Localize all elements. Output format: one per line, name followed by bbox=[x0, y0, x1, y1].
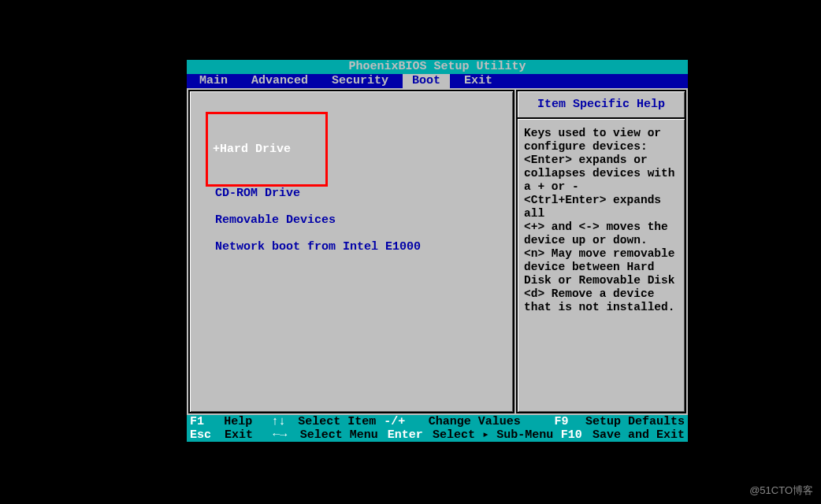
watermark: @51CTO博客 bbox=[749, 484, 813, 498]
label-exit: Exit bbox=[225, 428, 273, 442]
content-area: +Hard Drive CD-ROM Drive Removable Devic… bbox=[187, 88, 688, 415]
boot-item-selected-highlight: +Hard Drive bbox=[206, 112, 328, 187]
footer-row-2: Esc Exit ←→ Select Menu Enter Select ▸ S… bbox=[190, 428, 685, 442]
label-help: Help bbox=[224, 415, 271, 428]
label-select-item: Select Item bbox=[298, 415, 384, 428]
key-f10: F10 bbox=[561, 428, 582, 442]
label-setup-defaults: Setup Defaults bbox=[585, 415, 685, 428]
label-select-menu: Select Menu bbox=[300, 428, 388, 442]
bios-window: PhoenixBIOS Setup Utility Main Advanced … bbox=[187, 60, 688, 440]
key-plusminus: -/+ bbox=[384, 415, 405, 428]
help-body: Keys used to view orconfigure devices:<E… bbox=[518, 119, 685, 322]
boot-list[interactable]: +Hard Drive CD-ROM Drive Removable Devic… bbox=[190, 91, 513, 254]
boot-item-removable[interactable]: Removable Devices bbox=[212, 213, 336, 227]
menu-exit[interactable]: Exit bbox=[455, 74, 502, 88]
footer-row-1: F1 Help ↑↓ Select Item -/+ Change Values… bbox=[190, 415, 685, 428]
menu-advanced[interactable]: Advanced bbox=[242, 74, 318, 88]
key-updown: ↑↓ bbox=[271, 415, 285, 428]
title-bar: PhoenixBIOS Setup Utility bbox=[187, 60, 688, 74]
key-f9: F9 bbox=[554, 415, 568, 428]
boot-item-cdrom[interactable]: CD-ROM Drive bbox=[212, 187, 300, 200]
label-save-exit: Save and Exit bbox=[593, 428, 685, 442]
key-enter: Enter bbox=[388, 428, 423, 442]
menu-main[interactable]: Main bbox=[190, 74, 237, 88]
label-change-values: Change Values bbox=[429, 415, 555, 428]
key-leftright: ←→ bbox=[273, 428, 287, 442]
key-f1: F1 bbox=[190, 415, 204, 428]
help-panel: Item Specific Help Keys used to view orc… bbox=[516, 90, 686, 413]
menu-security[interactable]: Security bbox=[322, 74, 398, 88]
label-select-submenu: Select ▸ Sub-Menu bbox=[433, 428, 561, 442]
boot-item-hard-drive[interactable]: +Hard Drive bbox=[208, 143, 314, 156]
help-title: Item Specific Help bbox=[518, 91, 685, 113]
key-esc: Esc bbox=[190, 428, 211, 442]
boot-order-panel: +Hard Drive CD-ROM Drive Removable Devic… bbox=[188, 90, 515, 413]
boot-item-network[interactable]: Network boot from Intel E1000 bbox=[212, 240, 421, 254]
menu-bar[interactable]: Main Advanced Security Boot Exit bbox=[187, 74, 688, 88]
footer-hints: F1 Help ↑↓ Select Item -/+ Change Values… bbox=[187, 415, 688, 442]
menu-boot[interactable]: Boot bbox=[403, 74, 450, 88]
